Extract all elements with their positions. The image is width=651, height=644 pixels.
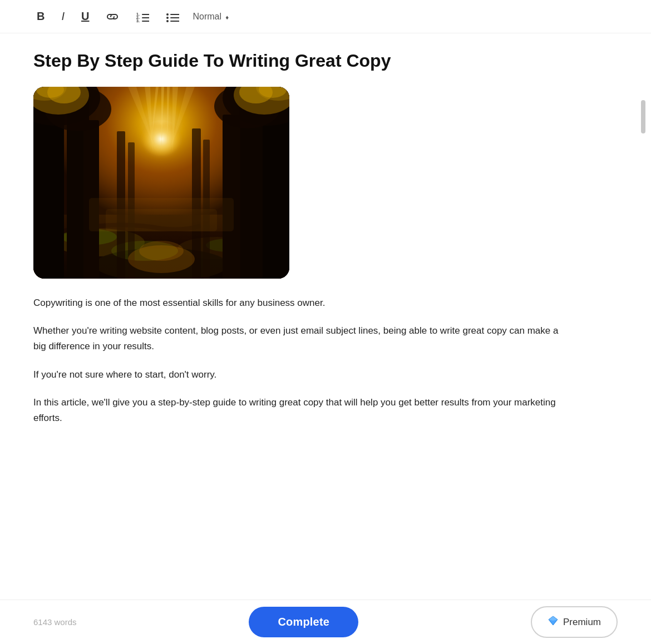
italic-button[interactable]: I xyxy=(58,8,68,25)
svg-point-8 xyxy=(166,20,169,22)
unordered-list-icon xyxy=(166,11,179,22)
underline-button[interactable]: U xyxy=(78,8,92,25)
svg-point-52 xyxy=(139,241,184,261)
word-count: 6143 words xyxy=(33,617,77,627)
chevron-down-icon: ⬧ xyxy=(225,12,229,21)
complete-button[interactable]: Complete xyxy=(249,607,358,637)
bottom-bar: 6143 words Complete Premium xyxy=(0,600,651,644)
paragraph-4: In this article, we'll give you a step-b… xyxy=(33,395,568,426)
main-content: Step By Step Guide To Writing Great Copy xyxy=(0,33,651,505)
premium-button[interactable]: Premium xyxy=(531,606,618,638)
svg-text:3.: 3. xyxy=(136,19,140,22)
premium-label: Premium xyxy=(563,617,601,628)
ordered-list-button[interactable]: 1. 2. 3. xyxy=(132,9,152,24)
toolbar: B I U 1. 2. 3. Normal ⬧ xyxy=(0,0,651,33)
document-title: Step By Step Guide To Writing Great Copy xyxy=(33,50,618,71)
style-selector[interactable]: Normal ⬧ xyxy=(193,12,229,22)
featured-image xyxy=(33,87,289,279)
svg-point-6 xyxy=(166,13,169,16)
forest-svg xyxy=(33,87,289,279)
ordered-list-icon: 1. 2. 3. xyxy=(136,11,149,22)
paragraph-3: If you're not sure where to start, don't… xyxy=(33,367,568,383)
style-label: Normal xyxy=(193,12,221,22)
link-button[interactable] xyxy=(102,10,122,23)
bold-button[interactable]: B xyxy=(33,8,48,25)
paragraph-2: Whether you're writing website content, … xyxy=(33,323,568,354)
paragraph-1: Copywriting is one of the most essential… xyxy=(33,295,568,311)
svg-rect-34 xyxy=(223,115,240,279)
svg-rect-54 xyxy=(106,209,217,231)
diamond-icon xyxy=(548,615,559,629)
unordered-list-button[interactable] xyxy=(162,9,183,24)
scrollbar[interactable] xyxy=(641,100,645,133)
svg-point-7 xyxy=(166,17,169,19)
link-icon xyxy=(106,12,119,21)
